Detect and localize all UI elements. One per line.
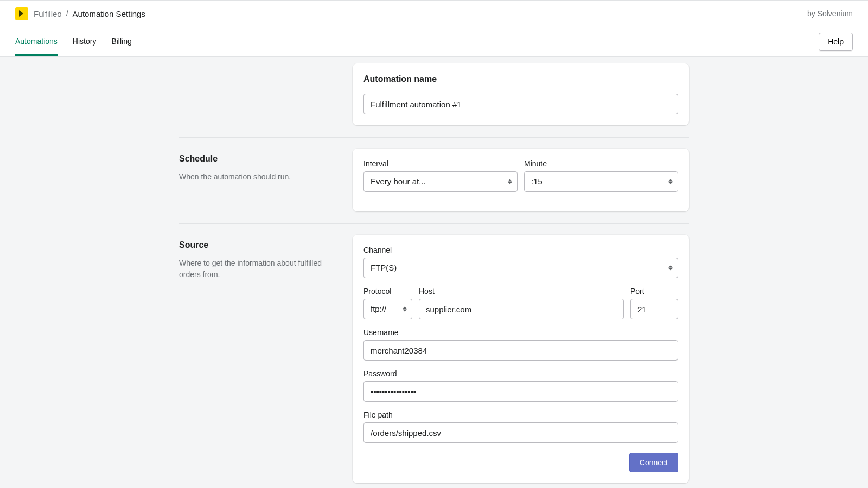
byline: by Solvenium xyxy=(807,9,853,18)
breadcrumb-page: Automation Settings xyxy=(73,9,145,18)
schedule-heading: Schedule xyxy=(179,154,342,164)
source-heading: Source xyxy=(179,240,342,250)
source-description: Where to get the information about fulfi… xyxy=(179,258,342,280)
card-automation-name: Automation name xyxy=(353,63,689,125)
connect-button[interactable]: Connect xyxy=(629,453,678,472)
protocol-select[interactable]: ftp:// xyxy=(363,299,412,319)
breadcrumb: Fulfilleo / Automation Settings xyxy=(15,7,145,20)
tab-bar: Automations History Billing Help xyxy=(0,27,868,57)
help-button[interactable]: Help xyxy=(819,33,853,51)
tab-billing[interactable]: Billing xyxy=(111,28,131,56)
host-label: Host xyxy=(419,287,624,296)
minute-select[interactable]: :15 xyxy=(524,171,678,192)
section-name: Automation name xyxy=(179,57,689,138)
page-content: Automation name Schedule When the automa… xyxy=(168,57,700,488)
channel-select[interactable]: FTP(S) xyxy=(363,258,678,278)
interval-label: Interval xyxy=(363,159,518,168)
schedule-description: When the automation should run. xyxy=(179,171,342,183)
automation-name-title: Automation name xyxy=(363,74,678,84)
port-label: Port xyxy=(630,287,678,296)
password-input[interactable] xyxy=(363,381,678,402)
username-input[interactable] xyxy=(363,340,678,361)
host-input[interactable] xyxy=(419,299,624,319)
breadcrumb-separator: / xyxy=(66,9,68,18)
automation-name-input[interactable] xyxy=(363,94,678,114)
filepath-label: File path xyxy=(363,410,678,419)
tab-automations[interactable]: Automations xyxy=(15,28,58,56)
section-source: Source Where to get the information abou… xyxy=(179,224,689,488)
app-logo-icon xyxy=(15,7,28,20)
card-source: Channel FTP(S) Protocol ftp:// xyxy=(353,235,689,483)
filepath-input[interactable] xyxy=(363,422,678,443)
card-schedule: Interval Every hour at... Minute :15 xyxy=(353,149,689,211)
section-name-spacer xyxy=(179,63,342,125)
interval-select[interactable]: Every hour at... xyxy=(363,171,518,192)
protocol-label: Protocol xyxy=(363,287,412,296)
source-label-col: Source Where to get the information abou… xyxy=(179,235,342,483)
top-bar: Fulfilleo / Automation Settings by Solve… xyxy=(0,0,868,27)
password-label: Password xyxy=(363,369,678,378)
username-label: Username xyxy=(363,328,678,337)
channel-label: Channel xyxy=(363,246,678,254)
breadcrumb-app[interactable]: Fulfilleo xyxy=(34,9,62,18)
minute-label: Minute xyxy=(524,159,678,168)
tabs: Automations History Billing xyxy=(15,28,132,55)
schedule-label-col: Schedule When the automation should run. xyxy=(179,149,342,211)
section-schedule: Schedule When the automation should run.… xyxy=(179,138,689,224)
port-input[interactable] xyxy=(630,299,678,319)
tab-history[interactable]: History xyxy=(73,28,97,56)
